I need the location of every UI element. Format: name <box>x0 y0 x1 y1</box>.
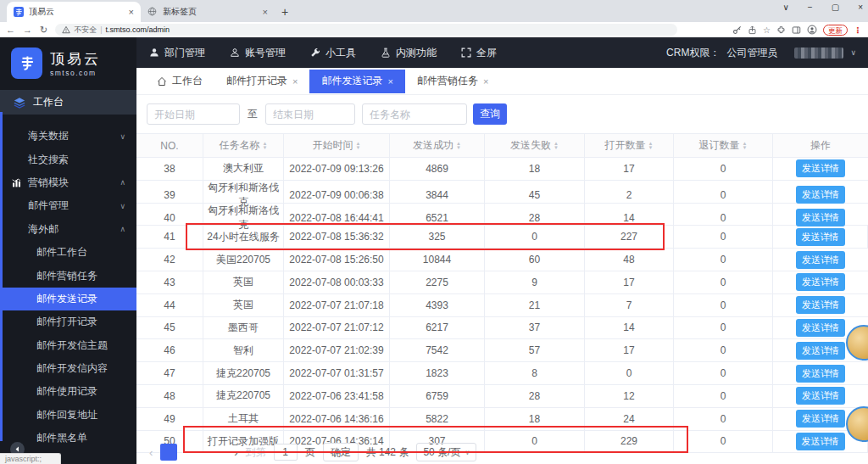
table-header-cell[interactable]: 打开数量 ▲▼ <box>585 134 674 157</box>
chrome-update-button[interactable]: 更新 <box>823 25 848 36</box>
extensions-puzzle-icon[interactable] <box>776 25 786 35</box>
table-header-cell[interactable]: 发送成功 ▲▼ <box>390 134 485 157</box>
sidebar-menu-item[interactable]: 邮件发送记录 <box>0 288 136 310</box>
window-close-icon[interactable]: × <box>858 3 863 12</box>
brand-name: 顶易云 <box>50 49 101 69</box>
send-detail-button[interactable]: 发送详情 <box>796 159 845 177</box>
end-date-input[interactable] <box>265 103 355 125</box>
close-icon[interactable]: × <box>263 7 268 17</box>
sort-icon[interactable]: ▲▼ <box>743 142 748 149</box>
share-icon[interactable] <box>748 25 757 35</box>
page-number-button[interactable] <box>185 444 202 461</box>
send-detail-button[interactable]: 发送详情 <box>796 273 845 291</box>
table-header-cell[interactable]: 退订数量 ▲▼ <box>674 134 773 157</box>
table-header-cell[interactable]: 开始时间 ▲▼ <box>284 134 390 157</box>
sidebar-menu-item[interactable]: 海外邮 ∧ <box>0 218 136 241</box>
page-tab[interactable]: 邮件营销任务 × <box>405 70 500 93</box>
cell-task-name: 澳大利亚 <box>203 158 284 180</box>
close-icon[interactable]: × <box>292 76 298 87</box>
sidebar-item-workbench[interactable]: 工作台 <box>0 90 136 115</box>
sidebar-menu-item-label: 邮件营销任务 <box>36 269 97 283</box>
forward-icon[interactable]: → <box>23 25 32 35</box>
table-header-cell[interactable]: 操作 <box>773 134 868 157</box>
prev-page-icon[interactable]: ‹ <box>149 446 153 459</box>
sort-icon[interactable]: ▲▼ <box>648 142 654 149</box>
sidebar-menu-item[interactable]: 邮件开发信内容 <box>0 357 136 380</box>
cell-start-time: 2022-07-06 23:41:58 <box>284 385 390 407</box>
send-detail-button[interactable]: 发送详情 <box>796 186 845 204</box>
table-header-cell[interactable]: 任务名称 ▲▼ <box>203 134 284 157</box>
send-detail-button[interactable]: 发送详情 <box>796 251 845 269</box>
profile-avatar-icon[interactable] <box>807 25 817 35</box>
browser-tab[interactable]: 顶易云 × <box>7 2 141 22</box>
task-name-input[interactable] <box>362 103 467 125</box>
browser-tab[interactable]: 新标签页 × <box>141 2 275 22</box>
sort-icon[interactable]: ▲▼ <box>456 142 461 149</box>
user-name-redacted[interactable] <box>794 48 843 59</box>
send-detail-button[interactable]: 发送详情 <box>796 209 845 226</box>
reload-icon[interactable]: ↻ <box>40 25 47 36</box>
page-tab[interactable]: 邮件发送记录 × <box>309 70 404 93</box>
sidebar-menu-item[interactable]: 邮件工作台 <box>0 241 136 264</box>
next-page-icon[interactable]: › <box>234 446 237 459</box>
topnav-item[interactable]: 账号管理 <box>230 46 286 60</box>
window-maximize-icon[interactable]: ▢ <box>832 3 839 12</box>
sidebar-menu-item[interactable]: 社交搜索 <box>0 148 136 171</box>
page-number-button[interactable] <box>160 444 177 461</box>
table-header-cell[interactable]: 发送失败 ▲▼ <box>485 134 585 157</box>
cell-no: 49 <box>136 408 203 430</box>
sort-icon[interactable]: ▲▼ <box>554 142 559 149</box>
start-date-input[interactable] <box>147 103 240 125</box>
close-icon[interactable]: × <box>129 7 134 17</box>
bookmark-star-icon[interactable]: ☆ <box>763 25 771 35</box>
topnav-item[interactable]: 全屏 <box>461 46 497 60</box>
close-icon[interactable]: × <box>483 76 488 87</box>
sidebar-menu-item-label: 邮件开发信主题 <box>36 338 108 353</box>
table-row: 40 匈牙利和斯洛伐克 2022-07-08 16:44:41 6521 28 … <box>136 204 868 226</box>
sidebar-menu-item[interactable]: 海关数据 ∨ <box>0 125 136 148</box>
page-number-button[interactable] <box>209 444 226 461</box>
send-detail-button[interactable]: 发送详情 <box>796 387 845 405</box>
sort-icon[interactable]: ▲▼ <box>356 142 361 149</box>
table-header-cell[interactable]: NO. <box>136 134 203 157</box>
chrome-menu-icon[interactable]: ⋮ <box>854 25 862 35</box>
cell-send-success: 2275 <box>390 271 485 293</box>
url-bar[interactable]: 不安全 | t.smtso.com/admin <box>55 24 677 36</box>
send-detail-button[interactable]: 发送详情 <box>796 410 845 428</box>
sidebar-menu-item[interactable]: 邮件打开记录 <box>0 310 136 333</box>
back-icon[interactable]: ← <box>6 25 15 35</box>
send-detail-button[interactable]: 发送详情 <box>796 433 845 450</box>
sidebar-menu-item[interactable]: 邮件管理 ∨ <box>0 194 136 217</box>
sort-icon[interactable]: ▲▼ <box>263 142 268 149</box>
cell-open-count: 17 <box>585 339 674 361</box>
search-button[interactable]: 查询 <box>473 103 507 125</box>
topnav-item[interactable]: 部门管理 <box>149 46 205 60</box>
topnav-item[interactable]: 小工具 <box>310 46 356 60</box>
table-header: NO. 任务名称 ▲▼ 开始时间 ▲▼ 发送成功 ▲▼ 发送失败 ▲▼ 打开数量… <box>136 134 868 158</box>
page-tab[interactable]: 工作台 <box>145 70 214 93</box>
page-size-select[interactable]: 50 条/页 ∨ <box>416 443 476 461</box>
sidebar-menu-item[interactable]: 邮件回复地址 <box>0 404 136 427</box>
sidebar-menu-item[interactable]: 邮件开发信主题 <box>0 334 136 357</box>
sidebar-scrollbar[interactable] <box>0 112 3 441</box>
send-detail-button[interactable]: 发送详情 <box>796 319 845 337</box>
send-detail-button[interactable]: 发送详情 <box>796 342 845 360</box>
side-panel-icon[interactable] <box>792 25 801 35</box>
page-tab[interactable]: 邮件打开记录 × <box>214 70 309 93</box>
tab-search-icon[interactable]: ∨ <box>783 3 789 12</box>
confirm-button[interactable]: 确定 <box>323 443 359 461</box>
sidebar-menu-item[interactable]: 邮件营销任务 <box>0 264 136 287</box>
sidebar-menu-item[interactable]: 邮件使用记录 <box>0 380 136 403</box>
new-tab-button[interactable]: + <box>281 5 288 19</box>
close-icon[interactable]: × <box>387 76 392 87</box>
send-detail-button[interactable]: 发送详情 <box>796 365 845 383</box>
user-menu-chevron-icon[interactable]: ∨ <box>850 48 856 57</box>
window-minimize-icon[interactable]: − <box>808 3 813 12</box>
goto-page-input[interactable] <box>274 444 298 461</box>
send-detail-button[interactable]: 发送详情 <box>796 296 845 314</box>
topnav-item[interactable]: 内测功能 <box>381 46 437 60</box>
send-detail-button[interactable]: 发送详情 <box>796 228 845 246</box>
cell-send-success: 4869 <box>390 158 485 180</box>
password-key-icon[interactable] <box>732 25 742 35</box>
sidebar-menu-item[interactable]: 营销模块 ∧ <box>0 171 136 194</box>
